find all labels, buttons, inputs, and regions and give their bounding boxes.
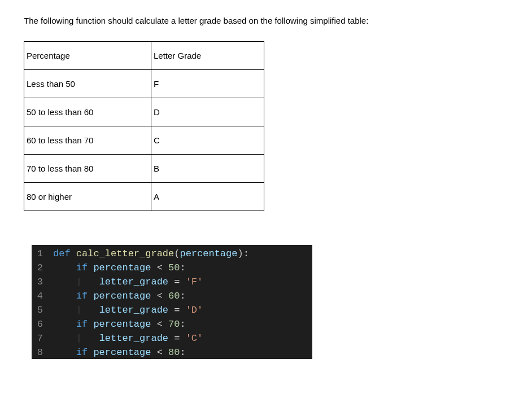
code-token: percentage [93, 291, 151, 301]
code-content: if percentage < 80: [53, 345, 312, 359]
code-block: 1def calc_letter_grade(percentage):2 if … [32, 245, 312, 359]
code-content: if percentage < 70: [53, 317, 312, 331]
cell-letter: D [151, 98, 264, 126]
code-token: < [151, 319, 168, 330]
code-token [82, 305, 99, 315]
cell-percentage: 60 to less than 70 [24, 126, 151, 155]
cell-percentage: Less than 50 [24, 70, 151, 98]
code-line: 5 | letter_grade = 'D' [32, 303, 312, 317]
code-token [88, 291, 93, 301]
code-token [88, 347, 93, 358]
code-token: : [180, 262, 185, 273]
header-letter-grade: Letter Grade [151, 42, 264, 70]
line-number: 8 [32, 345, 53, 359]
table-row: Less than 50 F [24, 70, 264, 98]
code-token: 'F' [186, 277, 203, 287]
code-token: | [76, 333, 82, 344]
code-token [53, 333, 76, 344]
code-token: calc_letter_grade [76, 248, 174, 259]
code-token: : [180, 291, 185, 301]
code-token: percentage [93, 347, 151, 358]
intro-text: The following function should calculate … [24, 16, 532, 25]
line-number: 1 [32, 247, 53, 261]
code-token [71, 248, 76, 259]
cell-letter: A [151, 183, 264, 211]
line-number: 3 [32, 275, 53, 289]
cell-percentage: 70 to less than 80 [24, 155, 151, 183]
code-token: percentage [93, 262, 151, 273]
cell-letter: C [151, 126, 264, 155]
code-token: < [151, 262, 168, 273]
code-token: : [180, 319, 185, 330]
cell-percentage: 50 to less than 60 [24, 98, 151, 126]
header-percentage: Percentage [24, 42, 151, 70]
code-line: 4 if percentage < 60: [32, 289, 312, 303]
code-token [53, 347, 76, 358]
code-token: 80 [168, 347, 180, 358]
code-token: percentage [93, 319, 151, 330]
line-number: 7 [32, 331, 53, 345]
code-token: < [151, 347, 168, 358]
code-token: if [76, 291, 88, 301]
code-token: | [76, 277, 82, 287]
table-header-row: Percentage Letter Grade [24, 42, 264, 70]
code-token [88, 262, 93, 273]
code-token: 'D' [186, 305, 203, 315]
code-token: percentage [180, 248, 237, 259]
code-token: : [180, 347, 185, 358]
code-token: | [76, 305, 82, 315]
code-token: if [76, 262, 88, 273]
code-content: def calc_letter_grade(percentage): [53, 247, 312, 261]
line-number: 4 [32, 289, 53, 303]
code-line: 3 | letter_grade = 'F' [32, 275, 312, 289]
code-token: letter_grade [99, 333, 168, 344]
code-line: 1def calc_letter_grade(percentage): [32, 247, 312, 261]
code-token: ): [237, 248, 248, 259]
code-token [53, 277, 76, 287]
code-token: < [151, 291, 168, 301]
code-token [53, 319, 76, 330]
code-token [53, 262, 76, 273]
code-token: 60 [168, 291, 180, 301]
code-token [53, 305, 76, 315]
table-row: 80 or higher A [24, 183, 264, 211]
code-token: letter_grade [99, 305, 168, 315]
code-line: 2 if percentage < 50: [32, 261, 312, 275]
code-token: = [168, 333, 186, 344]
line-number: 6 [32, 317, 53, 331]
table-row: 70 to less than 80 B [24, 155, 264, 183]
code-content: | letter_grade = 'D' [53, 303, 312, 317]
code-token: def [53, 248, 71, 259]
code-content: | letter_grade = 'F' [53, 275, 312, 289]
code-token: 70 [168, 319, 180, 330]
code-content: if percentage < 50: [53, 261, 312, 275]
code-line: 6 if percentage < 70: [32, 317, 312, 331]
code-token: 'C' [186, 333, 203, 344]
table-row: 50 to less than 60 D [24, 98, 264, 126]
code-token [53, 291, 76, 301]
code-token: if [76, 347, 88, 358]
code-token: if [76, 319, 88, 330]
code-token [82, 333, 99, 344]
code-token [88, 319, 93, 330]
code-line: 8 if percentage < 80: [32, 345, 312, 359]
code-token: 50 [168, 262, 180, 273]
line-number: 2 [32, 261, 53, 275]
code-token: = [168, 305, 186, 315]
grade-table: Percentage Letter Grade Less than 50 F 5… [24, 41, 264, 211]
code-content: | letter_grade = 'C' [53, 331, 312, 345]
line-number: 5 [32, 303, 53, 317]
code-content: if percentage < 60: [53, 289, 312, 303]
cell-letter: F [151, 70, 264, 98]
cell-letter: B [151, 155, 264, 183]
code-token: letter_grade [99, 277, 168, 287]
cell-percentage: 80 or higher [24, 183, 151, 211]
table-row: 60 to less than 70 C [24, 126, 264, 155]
code-line: 7 | letter_grade = 'C' [32, 331, 312, 345]
code-token [82, 277, 99, 287]
code-token: ( [174, 248, 180, 259]
code-token: = [168, 277, 186, 287]
